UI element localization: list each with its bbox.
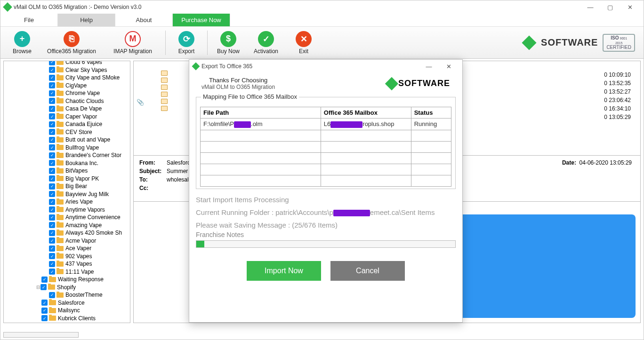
maximize-button[interactable]: ▢ [600,0,620,14]
tree-label: Cloud 6 Vapes [65,61,102,65]
tree-item[interactable]: ✓Chrome Vape [6,89,128,97]
checkbox-icon[interactable]: ✓ [49,253,55,259]
checkbox-icon[interactable]: ✓ [49,206,55,213]
checkbox-icon[interactable]: ✓ [49,183,55,190]
tree-item[interactable]: ✓Chaotic Clouds [6,97,128,105]
tree-item[interactable]: ✓Cloud 6 Vapes [6,61,128,66]
checkbox-icon[interactable]: ✓ [41,277,48,283]
browse-button[interactable]: + Browse [3,31,41,55]
checkbox-icon[interactable]: ✓ [41,308,48,314]
tree-item[interactable]: ✓902 Vapes [6,253,128,261]
tree-item[interactable]: ✓Brandee's Corner Stor [6,151,128,159]
tree-item[interactable]: ✓Anytime Vapors [6,206,128,214]
checkbox-icon[interactable]: ✓ [49,191,55,197]
tree-item[interactable]: ✓Caper Vapor [6,113,128,121]
envelope-icon [161,92,168,97]
tree-item[interactable]: ✓Boukana Inc. [6,159,128,167]
tree-item[interactable]: ✓BoosterTheme [6,291,128,299]
folder-icon [56,153,64,158]
dialog-minimize-button[interactable]: — [419,60,439,73]
tree-item[interactable]: ✓City Vape and SMoke [6,74,128,82]
tree-item[interactable]: ✓Waiting Response [6,276,128,284]
checkbox-icon[interactable]: ✓ [49,237,55,244]
tree-item[interactable]: ✓Mailsync [6,307,128,315]
checkbox-icon[interactable]: ✓ [49,230,55,236]
thanks-subtext: vMail OLM to O365 Migration [201,84,275,90]
checkbox-icon[interactable]: ✓ [49,82,55,88]
tree-item[interactable]: ✓Ace Vaper [6,245,128,253]
tree-item[interactable]: ✓Aries Vape [6,198,128,206]
menu-purchase[interactable]: Purchase Now [173,14,230,26]
checkbox-icon[interactable]: ✓ [49,144,55,150]
tree-item[interactable]: ✓11:11 Vape [6,268,128,276]
menu-about[interactable]: About [115,14,173,26]
dialog-close-button[interactable]: ✕ [439,60,459,73]
tree-item[interactable]: ✓Bullfrog Vape [6,144,128,152]
checkbox-icon[interactable]: ✓ [49,160,55,166]
checkbox-icon[interactable]: ✓ [49,113,55,119]
checkbox-icon[interactable]: ✓ [49,152,55,158]
checkbox-icon[interactable]: ✓ [49,106,55,112]
checkbox-icon[interactable]: ✓ [49,67,55,73]
folder-icon [56,246,64,251]
tree-item[interactable]: ✓BitVapes [6,167,128,175]
checkbox-icon[interactable]: ✓ [49,269,55,275]
tree-item[interactable]: ✓Bayview Jug Milk [6,190,128,198]
buy-now-button[interactable]: $ Buy Now [209,31,247,55]
checkbox-icon[interactable]: ✓ [41,315,48,321]
imap-migration-button[interactable]: M IMAP Migration [102,31,163,55]
col-mailbox: Office 365 Mailbox [321,107,411,119]
checkbox-icon[interactable]: ✓ [49,175,55,182]
tree-item[interactable]: ✓Always 420 Smoke Sh [6,229,128,237]
checkbox-icon[interactable]: ✓ [49,168,55,174]
checkbox-icon[interactable]: ✓ [49,214,55,221]
checkbox-icon[interactable]: ✓ [41,300,48,306]
checkbox-icon[interactable]: ✓ [49,121,55,127]
checkbox-icon[interactable]: ✓ [49,137,55,143]
folder-icon [56,199,64,205]
checkbox-icon[interactable]: ✓ [49,129,55,135]
tree-item[interactable]: ✓Butt out and Vape [6,136,128,144]
tree-label: Ace Vaper [65,245,91,252]
checkbox-icon[interactable]: ✓ [40,284,47,290]
checkbox-icon[interactable]: ✓ [49,222,55,228]
import-now-button[interactable]: Import Now [247,261,321,281]
checkbox-icon[interactable]: ✓ [49,75,55,81]
menu-file[interactable]: File [0,14,58,26]
tree-item[interactable]: ✓CEV Store [6,128,128,136]
checkbox-icon[interactable]: ✓ [49,292,55,298]
tree-item[interactable]: ✓437 Vapes [6,260,128,268]
tree-item[interactable]: ✓Anytime Convenience [6,213,128,221]
tree-item[interactable]: ⊟✓Shopify [6,284,128,292]
menu-help[interactable]: Help [58,14,115,26]
folder-icon [56,160,64,166]
checkbox-icon[interactable]: ✓ [49,98,55,104]
exit-button[interactable]: ✕ Exit [285,31,322,55]
cancel-button[interactable]: Cancel [330,261,405,281]
checkbox-icon[interactable]: ✓ [49,245,55,252]
office365-migration-button[interactable]: ⎘ Office365 Migration [41,31,102,55]
tree-item[interactable]: ✓Salesforce [6,299,128,307]
tree-item[interactable]: ✓CigVape [6,82,128,90]
folder-icon [56,98,64,103]
activation-button[interactable]: ✓ Activation [247,31,285,55]
tree-item[interactable]: ✓Big Bear [6,182,128,190]
buy-label: Buy Now [217,48,240,55]
tree-item[interactable]: ✓Casa De Vape [6,105,128,113]
folder-tree-panel[interactable]: ✓Cloud 6 Vapes✓Clear Sky Vapes✓City Vape… [3,61,130,323]
tree-item[interactable]: ✓Acme Vapor [6,237,128,245]
checkbox-icon[interactable]: ✓ [49,61,55,65]
checkbox-icon[interactable]: ✓ [49,90,55,96]
checkbox-icon[interactable]: ✓ [49,261,55,267]
tree-item[interactable]: ✓Clear Sky Vapes [6,66,128,74]
minimize-button[interactable]: — [580,0,600,14]
close-button[interactable]: ✕ [620,0,640,14]
tree-item[interactable]: ✓Big Vapor PK [6,175,128,183]
tree-item[interactable]: ✓Amazing Vape [6,221,128,229]
tree-item[interactable]: ✓Kubrick Clients [6,315,128,323]
attachment-icon: 📎 [137,99,144,106]
checkbox-icon[interactable]: ✓ [49,199,55,205]
tree-item[interactable]: ✓Canada Ejuice [6,120,128,128]
export-button[interactable]: ⟳ Export [168,31,205,55]
tree-label: Big Bear [65,183,87,190]
